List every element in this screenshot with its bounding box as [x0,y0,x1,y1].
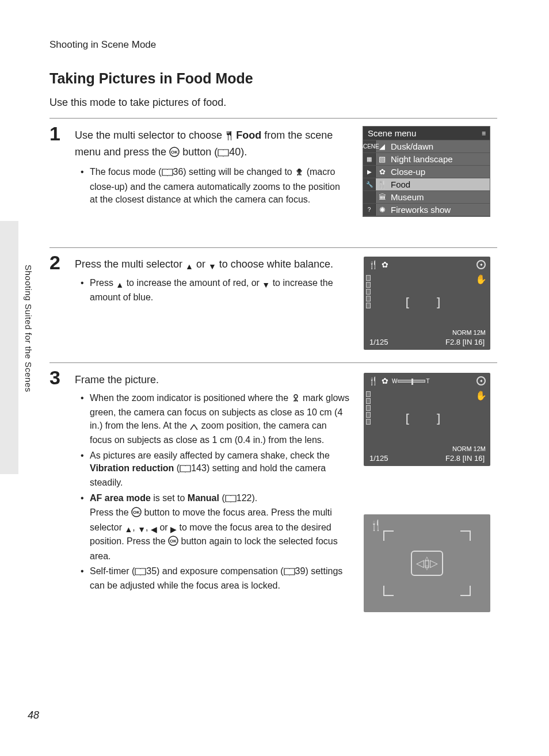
w-label: W [392,378,397,384]
scene-item-fireworks[interactable]: ? ✺ Fireworks show [363,204,490,216]
scene-tab-icon: ? [363,204,376,216]
scene-item-museum[interactable]: 🏛 Museum [363,191,490,204]
scene-item-duskdawn[interactable]: SCENE ◢ Dusk/dawn [363,140,490,153]
step-3-bullet-2: As pictures are easily affected by camer… [90,449,350,490]
svg-text:OK: OK [171,150,178,155]
step-2: Press the multi selector ▲ or ▼ to choos… [75,257,350,306]
page-ref: 35 [146,566,157,576]
step-2-heading: Press the multi selector ▲ or ▼ to choos… [75,257,350,272]
af-brackets-icon: [ ] [403,295,451,310]
step-1: Use the multi selector to choose Food fr… [75,128,350,208]
text: to choose white balance. [216,258,333,270]
shake-warning-icon: ✋ [475,274,487,285]
memory-in: IN [464,338,472,346]
svg-point-3 [294,395,298,398]
up-arrow-icon: ▲ [116,280,124,291]
text: Use the multi selector to choose [75,129,225,141]
af-area-mode-label: AF area mode [90,493,151,503]
page-ref: 40 [229,146,241,158]
vr-icon: ✦ [476,376,486,385]
frame-count: 16 [474,454,482,463]
step-number-3: 3 [49,366,60,389]
ok-button-icon: OK [169,146,180,161]
step-number-2: 2 [49,251,60,274]
divider [49,247,497,248]
text: Self-timer ( [90,566,135,576]
scene-item-food[interactable]: 🔧 🍴 Food [363,178,490,191]
page-ref-icon [284,567,295,579]
memory-in: IN [464,454,472,463]
vr-icon: ✦ [476,260,486,269]
norm-label: NORM [452,329,472,336]
aperture-info: F2.8 [IN 16] [445,338,485,346]
closeup-icon: ✿ [376,167,388,176]
svg-text:OK: OK [170,539,177,544]
manual-label: Manual [188,493,219,503]
shutter-speed: 1/125 [369,338,388,346]
right-arrow-icon: ▷ [430,557,438,570]
scene-tab-icon: SCENE [363,140,376,152]
size-label: 12M [474,329,486,336]
step-3-bullet-4: Self-timer (35) and exposure compensatio… [90,565,350,593]
food-icon: 🍴 [376,180,388,189]
shutter-speed: 1/125 [369,454,388,463]
page-ref: 39 [295,566,306,576]
text: The focus mode ( [90,167,162,177]
running-head: Shooting in Scene Mode [49,39,156,51]
focus-area-selector: ◁ △▯▽ ▷ [411,551,443,576]
step-3-bullet-1: When the zoom indicator is positioned wh… [90,392,350,447]
page-ref: 143 [191,463,207,473]
text: Press [90,278,116,288]
text: button ( [182,146,218,158]
down-arrow-icon: ▽ [425,566,429,570]
camera-display-figure-wb: 🍴 ✿ ✦ ✋ [ ] NORM 12M 1/125 F2.8 [IN 16] [364,257,490,350]
divider [49,118,497,119]
scene-tab-icon [363,191,376,203]
macro-flower-icon: ✿ [382,260,388,269]
step-3-bullet-3: AF area mode is set to Manual (122). Pre… [90,492,350,563]
menu-bars-icon: ≡ [482,129,486,138]
step-3-heading: Frame the picture. [75,372,350,387]
food-mode-icon: 🍴 [368,260,378,269]
af-brackets-icon: [ ] [403,411,451,426]
text: or [193,258,208,270]
step-number-1: 1 [49,123,60,145]
scene-label: Museum [388,192,424,202]
down-arrow-icon: ▼ [138,524,146,536]
fireworks-icon: ✺ [376,205,388,214]
museum-icon: 🏛 [376,193,388,201]
scene-item-nightlandscape[interactable]: ▦ ▧ Night landscape [363,153,490,166]
down-arrow-icon: ▼ [262,280,270,291]
text: ( [174,463,180,473]
vertical-section-label: Shooting Suited for the Scenes [24,265,33,392]
up-arrow-icon: ▲ [185,261,193,272]
camera-display-figure-zoom: 🍴 ✿ W T ✦ ✋ [ ] NORM 12M 1/125 F2.8 [IN … [364,373,490,466]
macro-flower-icon [295,167,304,180]
shake-warning-icon: ✋ [475,390,487,401]
frame-corner-icon [460,530,471,541]
step-3: Frame the picture. When the zoom indicat… [75,372,350,595]
text: ( [219,493,225,503]
size-label: 12M [474,445,486,452]
text-food: Food [236,129,261,141]
scene-tab-icon: 🔧 [363,178,376,190]
page-ref: 36 [173,167,184,177]
zoom-indicator [366,274,373,320]
scene-label: Close-up [388,167,425,177]
frame-corner-icon [383,586,394,596]
scene-label: Dusk/dawn [388,142,433,151]
night-landscape-icon: ▧ [376,155,388,163]
right-arrow-icon: ▶ [170,524,177,536]
page-title: Taking Pictures in Food Mode [49,70,253,87]
norm-label: NORM [452,445,472,452]
scene-menu-title-row: Scene menu ≡ [363,127,490,140]
triangle-zoom-icon [189,421,199,434]
food-icon [225,129,233,144]
food-mode-icon: 🍴 [368,376,378,385]
scene-label: Food [388,180,410,189]
scene-item-closeup[interactable]: ▶ ✿ Close-up [363,166,490,178]
text: or [157,522,170,532]
scene-label: Fireworks show [388,205,451,215]
scene-tab-icon: ▶ [363,166,376,178]
side-tab [0,221,18,474]
